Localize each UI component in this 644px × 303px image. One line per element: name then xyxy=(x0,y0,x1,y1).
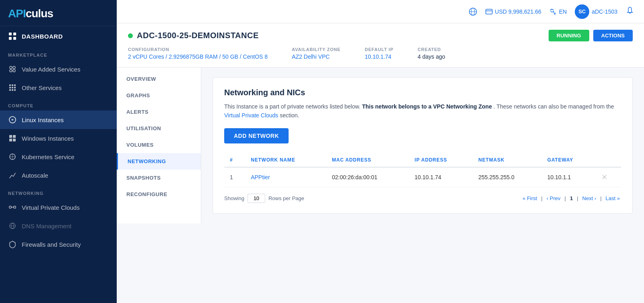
rows-per-page-label: Rows per Page xyxy=(268,195,304,201)
meta-created: CREATED 4 days ago xyxy=(418,47,446,60)
svg-rect-0 xyxy=(9,33,12,35)
ip-value: 10.10.1.74 xyxy=(365,53,393,60)
svg-rect-2 xyxy=(9,37,12,40)
sidebar-item-label: Kubernetes Service xyxy=(22,154,74,160)
other-services-icon xyxy=(8,83,17,92)
sidebar-item-label: Value Added Services xyxy=(22,66,80,73)
pagination-sep1: | xyxy=(540,195,543,201)
svg-rect-15 xyxy=(12,89,13,91)
row-netmask: 255.255.255.0 xyxy=(473,167,541,187)
main-content: USD 9,998,621.66 EN SC aDC-1503 ADC-1500… xyxy=(117,0,644,303)
add-network-button[interactable]: ADD NETWORK xyxy=(224,128,289,143)
sidebar-item-linux-instances[interactable]: Linux Instances xyxy=(0,111,117,129)
sidebar-item-virtual-private-clouds[interactable]: Virtual Private Clouds xyxy=(0,198,117,217)
sidebar-item-value-added-services[interactable]: Value Added Services xyxy=(0,60,117,78)
pagination-next[interactable]: Next › xyxy=(581,195,598,201)
sidebar-item-dashboard[interactable]: DASHBOARD xyxy=(0,26,117,46)
svg-rect-1 xyxy=(13,33,16,35)
showing-label: Showing xyxy=(224,195,244,201)
notification-bell[interactable] xyxy=(625,6,634,17)
row-num: 1 xyxy=(224,167,245,187)
col-ip-address: IP ADDRESS xyxy=(409,153,473,167)
page-content: ADC-1500-25-DEMOINSTANCE RUNNING ACTIONS… xyxy=(117,23,644,303)
currency-value: USD 9,998,621.66 xyxy=(495,8,541,15)
sidebar-item-firewalls-and-security[interactable]: Firewalls and Security xyxy=(0,235,117,254)
rows-per-page-input[interactable] xyxy=(248,194,265,203)
start-stop-button[interactable]: RUNNING xyxy=(549,30,589,41)
sidebar-item-windows-instances[interactable]: Windows Instances xyxy=(0,129,117,147)
language-selector[interactable]: EN xyxy=(549,8,567,15)
col-gateway: GATEWAY xyxy=(542,153,596,167)
firewall-icon xyxy=(8,240,17,249)
desc-part1: This Instance is a part of private netwo… xyxy=(224,103,361,110)
row-network-name[interactable]: APPtier xyxy=(245,167,326,187)
panel-title: Networking and NICs xyxy=(224,88,621,97)
col-actions xyxy=(596,153,621,167)
left-navigation: OVERVIEW GRAPHS ALERTS UTILISATION VOLUM… xyxy=(117,68,201,223)
globe-icon-item[interactable] xyxy=(469,7,477,16)
svg-rect-9 xyxy=(12,84,13,86)
status-indicator xyxy=(128,33,133,38)
sidebar-item-kubernetes-service[interactable]: Kubernetes Service xyxy=(0,147,117,166)
pagination-last[interactable]: Last » xyxy=(605,195,621,201)
globe-icon xyxy=(469,7,477,16)
svg-rect-29 xyxy=(486,9,492,14)
meta-availability-zone: AVAILABILITY ZONE AZ2 Delhi VPC xyxy=(292,47,341,60)
svg-point-7 xyxy=(13,70,15,72)
user-profile[interactable]: SC aDC-1503 xyxy=(575,4,617,19)
dashboard-label: DASHBOARD xyxy=(22,33,63,40)
action-button[interactable]: ACTIONS xyxy=(593,30,633,41)
svg-rect-18 xyxy=(9,135,12,138)
pagination-sep2: | xyxy=(564,195,567,201)
row-mac-address: 02:00:26:da:00:01 xyxy=(326,167,409,187)
logo-suffix: culus xyxy=(26,7,53,20)
vpc-link[interactable]: Virtual Private Clouds xyxy=(224,112,278,119)
sidebar-item-autoscale[interactable]: Autoscale xyxy=(0,166,117,184)
nav-item-networking[interactable]: NETWORKING xyxy=(117,153,201,170)
nav-item-volumes[interactable]: VOLUMES xyxy=(117,137,201,153)
col-netmask: NETMASK xyxy=(473,153,541,167)
currency-display: USD 9,998,621.66 xyxy=(485,8,541,15)
language-value: EN xyxy=(559,8,567,15)
sidebar-item-label: Linux Instances xyxy=(22,117,64,123)
windows-icon xyxy=(8,134,17,143)
sidebar-logo: APIculus xyxy=(0,0,117,26)
svg-point-4 xyxy=(10,66,12,69)
nav-item-overview[interactable]: OVERVIEW xyxy=(117,71,201,87)
nav-item-utilisation[interactable]: UTILISATION xyxy=(117,120,201,137)
logo-prefix: API xyxy=(8,7,26,20)
autoscale-icon xyxy=(8,171,17,180)
table-header: # NETWORK NAME MAC ADDRESS IP ADDRESS NE… xyxy=(224,153,621,167)
avatar: SC xyxy=(575,4,589,19)
instance-title-row: ADC-1500-25-DEMOINSTANCE RUNNING ACTIONS xyxy=(128,30,633,41)
nav-item-graphs[interactable]: GRAPHS xyxy=(117,87,201,104)
pagination-right: « First | ‹ Prev | 1 | Next › | Last » xyxy=(521,195,621,201)
nav-item-snapshots[interactable]: SNAPSHOTS xyxy=(117,170,201,186)
section-label-networking: NETWORKING xyxy=(0,184,117,198)
pagination-row: Showing Rows per Page « First | ‹ Prev |… xyxy=(224,194,621,203)
pagination-first[interactable]: « First xyxy=(521,195,538,201)
svg-rect-16 xyxy=(14,89,16,91)
username: aDC-1503 xyxy=(592,8,617,15)
sidebar-item-label: Firewalls and Security xyxy=(22,241,81,248)
config-label: CONFIGURATION xyxy=(128,47,268,52)
nav-item-reconfigure[interactable]: RECONFIGURE xyxy=(117,186,201,203)
sidebar-item-label: Other Services xyxy=(22,84,62,91)
translate-icon xyxy=(549,8,557,15)
dns-icon xyxy=(8,221,17,230)
col-mac-address: MAC ADDRESS xyxy=(326,153,409,167)
nav-item-alerts[interactable]: ALERTS xyxy=(117,104,201,120)
svg-rect-8 xyxy=(9,84,11,86)
sidebar-item-other-services[interactable]: Other Services xyxy=(0,78,117,97)
sidebar-item-label: DNS Management xyxy=(22,223,71,229)
pagination-left: Showing Rows per Page xyxy=(224,194,304,203)
currency-icon xyxy=(485,8,493,15)
svg-point-5 xyxy=(13,66,15,69)
desc-bold: This network belongs to a VPC Networking… xyxy=(362,103,492,110)
meta-default-ip: DEFAULT IP 10.10.1.74 xyxy=(365,47,393,60)
remove-network-icon[interactable]: ✕ xyxy=(601,173,607,181)
sidebar-item-label: Windows Instances xyxy=(22,135,74,142)
pagination-prev[interactable]: ‹ Prev xyxy=(545,195,562,201)
row-action-cell: ✕ xyxy=(596,167,621,187)
dashboard-icon xyxy=(8,32,17,41)
